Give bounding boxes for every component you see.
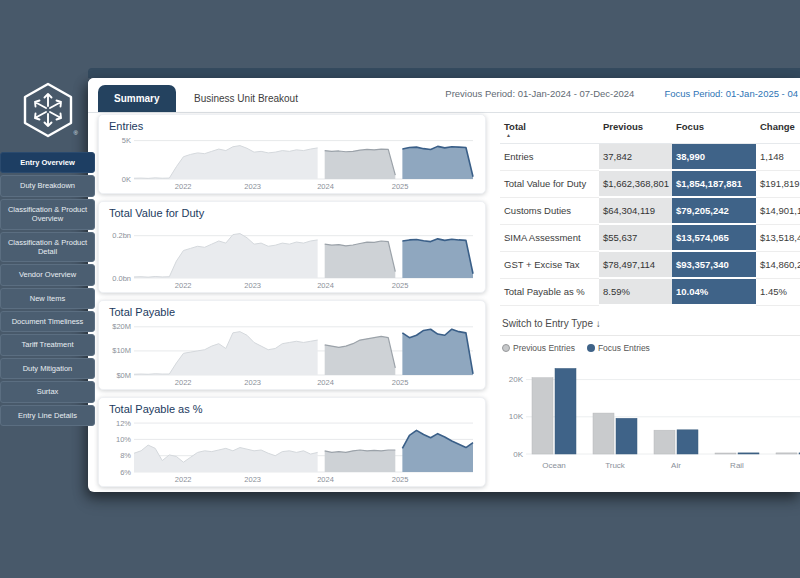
table-row: GST + Excise Tax$78,497,114$93,357,340$1… [500, 251, 800, 278]
entry-type-bar-chart[interactable]: 0K10K20KOceanTruckAirRail [500, 356, 800, 474]
total-payable-area-chart[interactable]: $20M$10M$0M2022202320242025 [107, 319, 477, 387]
sort-ascending-icon: ▲ [506, 133, 595, 137]
svg-text:2022: 2022 [175, 475, 192, 484]
chart-title: Total Payable as % [109, 403, 477, 415]
chart-title: Total Payable [109, 306, 477, 318]
column-header-focus[interactable]: Focus [672, 118, 756, 144]
column-header-change[interactable]: Change [756, 118, 800, 144]
table-cell: 37,842 [599, 144, 672, 171]
total-value-for-duty-area-chart[interactable]: 0.2bn0.0bn2022202320242025 [107, 220, 477, 290]
svg-text:2025: 2025 [392, 475, 409, 484]
sidebar-item-entry-line-details[interactable]: Entry Line Details [0, 405, 95, 426]
sidebar-item-classification-product-overview[interactable]: Classification & Product Overview [0, 199, 95, 230]
summary-table: Total▲PreviousFocusChange Entries37,8423… [500, 118, 800, 306]
sidebar-item-duty-breakdown[interactable]: Duty Breakdown [0, 175, 95, 196]
svg-text:8%: 8% [120, 451, 131, 460]
svg-text:Air: Air [671, 461, 681, 470]
svg-text:Truck: Truck [605, 461, 626, 470]
chart-card-entries: Entries 5K0K2022202320242025 [98, 114, 486, 194]
sidebar-item-vendor-overview[interactable]: Vendor Overview [0, 264, 95, 285]
focus-period-label: Focus Period: 01-Jan-2025 - 04 [664, 88, 798, 99]
svg-text:2025: 2025 [392, 378, 409, 387]
sidebar-item-label: Entry Line Details [18, 411, 77, 420]
svg-text:0.0bn: 0.0bn [112, 274, 131, 283]
svg-text:12%: 12% [116, 419, 131, 428]
svg-text:Rail: Rail [730, 461, 744, 470]
svg-text:10K: 10K [509, 412, 524, 421]
svg-text:10%: 10% [116, 435, 131, 444]
svg-text:$20M: $20M [112, 322, 131, 331]
svg-text:20K: 20K [509, 375, 524, 384]
bar-chart-legend: Previous Entries Focus Entries [500, 343, 800, 353]
total-payable-as-pct-area-chart[interactable]: 12%10%8%6%2022202320242025 [107, 416, 477, 484]
report-canvas: Summary Business Unit Breakout Previous … [88, 78, 800, 492]
report-top-strip [88, 68, 800, 78]
table-row: Entries37,84238,9901,148 [500, 144, 800, 171]
table-cell: $14,860,226 [756, 251, 800, 278]
legend-item-previous[interactable]: Previous Entries [502, 343, 575, 353]
svg-text:2024: 2024 [317, 475, 334, 484]
table-row: Customs Duties$64,304,119$79,205,242$14,… [500, 197, 800, 224]
table-cell: $93,357,340 [672, 251, 756, 278]
svg-text:0K: 0K [122, 175, 131, 184]
svg-text:0.2bn: 0.2bn [112, 231, 131, 240]
chart-card-total-payable: Total Payable $20M$10M$0M202220232024202… [98, 300, 486, 390]
sidebar-item-duty-mitigation[interactable]: Duty Mitigation [0, 358, 95, 379]
sidebar-item-new-items[interactable]: New Items [0, 288, 95, 309]
svg-text:2023: 2023 [244, 281, 261, 290]
svg-text:0K: 0K [513, 450, 523, 459]
summary-table-header-row: Total▲PreviousFocusChange [500, 118, 800, 144]
table-cell: $1,662,368,801 [599, 170, 672, 197]
table-cell: SIMA Assessment [500, 224, 599, 251]
sidebar-nav: Entry OverviewDuty BreakdownClassificati… [0, 152, 95, 426]
svg-text:2025: 2025 [392, 281, 409, 290]
chart-card-total-payable-as-pct: Total Payable as % 12%10%8%6%20222023202… [98, 397, 486, 487]
column-header-label: Focus [676, 121, 704, 132]
svg-text:2024: 2024 [317, 378, 334, 387]
table-cell: $55,637 [599, 224, 672, 251]
table-row: Total Value for Duty$1,662,368,801$1,854… [500, 170, 800, 197]
table-cell: $78,497,114 [599, 251, 672, 278]
column-header-previous[interactable]: Previous [599, 118, 672, 144]
sidebar-item-label: Classification & Product Detail [8, 238, 87, 256]
tab-business-unit-breakout[interactable]: Business Unit Breakout [178, 85, 314, 112]
table-cell: 10.04% [672, 278, 756, 305]
svg-text:Ocean: Ocean [542, 461, 566, 470]
svg-text:2022: 2022 [175, 378, 192, 387]
table-cell: Total Payable as % [500, 278, 599, 305]
legend-label: Previous Entries [513, 343, 575, 353]
table-cell: 1.45% [756, 278, 800, 305]
sidebar-item-classification-product-detail[interactable]: Classification & Product Detail [0, 232, 95, 263]
period-labels: Previous Period: 01-Jan-2024 - 07-Dec-20… [445, 88, 798, 99]
svg-text:$0M: $0M [116, 371, 131, 380]
sidebar-item-label: Duty Mitigation [23, 364, 73, 373]
table-cell: $79,205,242 [672, 197, 756, 224]
svg-text:$10M: $10M [112, 346, 131, 355]
table-row: Total Payable as %8.59%10.04%1.45% [500, 278, 800, 305]
svg-text:2023: 2023 [244, 475, 261, 484]
table-cell: $191,819,080 [756, 170, 800, 197]
sidebar-item-label: Document Timeliness [12, 317, 84, 326]
legend-item-focus[interactable]: Focus Entries [587, 343, 650, 353]
chart-title: Entries [109, 120, 477, 132]
table-cell: GST + Excise Tax [500, 251, 599, 278]
sidebar-item-surtax[interactable]: Surtax [0, 381, 95, 402]
entry-type-toggle[interactable]: Switch to Entry Type ↓ [500, 315, 800, 336]
column-header-total[interactable]: Total▲ [500, 118, 599, 144]
table-row: SIMA Assessment$55,637$13,574,065$13,518… [500, 224, 800, 251]
tab-summary[interactable]: Summary [98, 85, 176, 112]
table-cell: 1,148 [756, 144, 800, 171]
entries-area-chart[interactable]: 5K0K2022202320242025 [107, 133, 477, 191]
app-logo-icon: ® [22, 82, 74, 138]
table-cell: Entries [500, 144, 599, 171]
trend-charts-column: Entries 5K0K2022202320242025 Total Value… [98, 114, 486, 487]
sidebar-item-tariff-treatment[interactable]: Tariff Treatment [0, 334, 95, 355]
sidebar-item-label: Tariff Treatment [22, 340, 74, 349]
table-cell: Customs Duties [500, 197, 599, 224]
column-header-label: Change [760, 121, 795, 132]
registered-mark: ® [74, 130, 78, 136]
chart-card-total-value-for-duty: Total Value for Duty 0.2bn0.0bn202220232… [98, 201, 486, 293]
svg-text:2023: 2023 [244, 378, 261, 387]
sidebar-item-document-timeliness[interactable]: Document Timeliness [0, 311, 95, 332]
sidebar-item-entry-overview[interactable]: Entry Overview [0, 152, 95, 173]
